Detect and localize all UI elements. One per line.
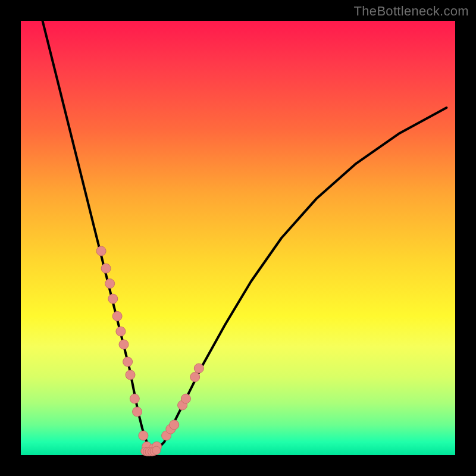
chart-frame: TheBottleneck.com [0,0,476,476]
data-marker [96,246,106,256]
data-marker [108,294,118,303]
data-marker [190,372,200,382]
data-marker [101,264,111,273]
data-marker [126,370,135,380]
data-marker [116,327,126,336]
chart-svg [21,21,455,455]
watermark-text: TheBottleneck.com [354,4,469,19]
data-marker [119,340,129,349]
data-marker [170,420,179,430]
marker-layer [96,246,203,456]
data-marker [133,407,142,416]
curve-layer [43,21,447,451]
data-marker [123,357,133,367]
data-marker [152,446,161,455]
bottleneck-curve [43,21,447,451]
data-marker [181,394,190,403]
plot-area [21,21,455,455]
data-marker [194,364,203,373]
data-marker [139,431,148,440]
data-marker [130,394,139,403]
data-marker [105,279,115,289]
data-marker [112,311,122,321]
